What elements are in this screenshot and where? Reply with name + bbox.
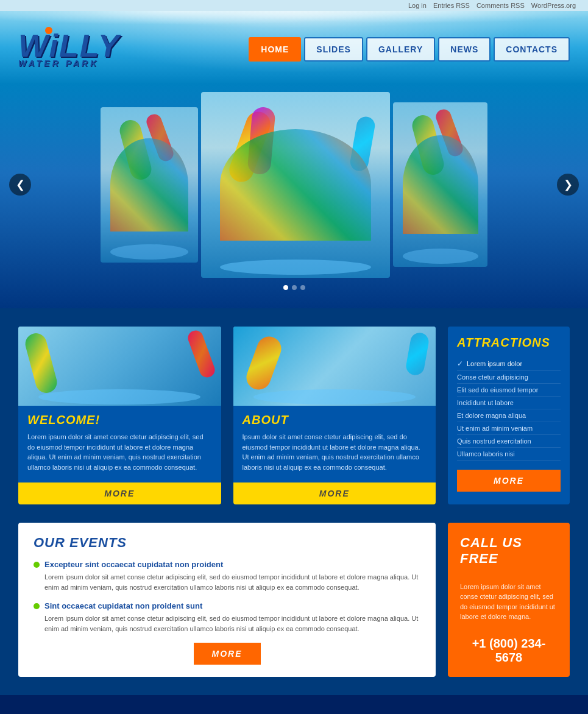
slider-dot-2[interactable] [292,285,297,290]
slider-next[interactable]: ❯ [557,174,579,196]
event-text-1: Lorem ipsum dolor sit amet conse ctetur … [34,572,420,592]
welcome-text: Lorem ipsum dolor sit amet conse ctetur … [27,432,212,472]
nav-slides[interactable]: SLIDES [304,37,363,62]
attraction-item-2: Conse ctetur adipisicing [457,371,561,384]
slider-dot-3[interactable] [300,285,305,290]
topbar-login[interactable]: Log in [408,2,427,9]
footer: MORE Home Slides Gallery News Contacts M… [0,695,588,714]
logo: WiLLY WATER PARK [18,30,120,68]
attraction-item-5: Et dolore magna aliqua [457,409,561,422]
call-card: CALL US FREE Lorem ipsum dolor sit amet … [448,523,570,677]
events-more-button[interactable]: MORE [194,643,261,665]
nav-gallery[interactable]: GALLERY [366,37,435,62]
event-headline-1: Excepteur sint occaecat cupidatat non pr… [34,560,420,569]
slider-dot-1[interactable] [283,285,288,290]
attractions-more-button[interactable]: MORE [457,470,561,492]
attraction-item-1: ✓ Lorem ipsum dolor [457,357,561,371]
events-title: OUR EVENTS [34,535,420,551]
events-btn-wrap: MORE [34,643,420,665]
attraction-item-4: Incididunt ut labore [457,397,561,409]
attraction-item-6: Ut enim ad minim veniam [457,422,561,435]
attractions-list: ✓ Lorem ipsum dolor Conse ctetur adipisi… [457,357,561,461]
slider-container: ❮ [0,90,588,279]
content-section: WELCOME! Lorem ipsum dolor sit amet cons… [0,308,588,523]
event-dot-2 [34,603,40,609]
check-icon-1: ✓ [457,359,463,368]
topbar-comments-rss[interactable]: Comments RSS [476,2,525,9]
event-headline-2: Sint occaecat cupidatat non proident sun… [34,601,420,610]
about-more-button[interactable]: MORE [233,482,436,504]
welcome-body: WELCOME! Lorem ipsum dolor sit amet cons… [18,406,221,479]
slide-3[interactable] [393,102,487,267]
welcome-title: WELCOME! [27,413,212,427]
call-text: Lorem ipsum dolor sit amet conse ctetur … [460,582,558,622]
topbar-entries-rss[interactable]: Entries RSS [433,2,470,9]
events-card: OUR EVENTS Excepteur sint occaecat cupid… [18,523,436,677]
slide-wrapper [0,92,588,278]
about-body: ABOUT Ipsum dolor sit amet conse ctetur … [233,406,436,479]
slide-1[interactable] [101,107,198,263]
slide-2[interactable] [201,92,390,278]
welcome-more-button[interactable]: MORE [18,482,221,504]
call-title: CALL US FREE [460,535,558,567]
logo-willy: WiLLY [18,30,120,62]
event-item-1: Excepteur sint occaecat cupidatat non pr… [34,560,420,592]
about-title: ABOUT [243,413,427,427]
about-text: Ipsum dolor sit amet conse ctetur adipis… [243,432,427,472]
nav-home[interactable]: HOME [249,37,301,62]
nav-news[interactable]: NEWS [438,37,491,62]
logo-dot [45,27,52,34]
welcome-image [18,327,221,406]
event-text-2: Lorem ipsum dolor sit amet conse ctetur … [34,613,420,634]
nav-contacts[interactable]: CONTACTS [494,37,570,62]
event-item-2: Sint occaecat cupidatat non proident sun… [34,601,420,634]
about-image [233,327,436,406]
slider-dots [0,285,588,290]
attraction-item-8: Ullamco laboris nisi [457,448,561,461]
main-nav: HOME SLIDES GALLERY NEWS CONTACTS [249,37,570,62]
attraction-item-7: Quis nostrud exercitation [457,435,561,448]
about-card: ABOUT Ipsum dolor sit amet conse ctetur … [233,327,436,504]
events-section: OUR EVENTS Excepteur sint occaecat cupid… [0,523,588,695]
welcome-card: WELCOME! Lorem ipsum dolor sit amet cons… [18,327,221,504]
header: WiLLY WATER PARK HOME SLIDES GALLERY NEW… [0,11,588,84]
slider-prev[interactable]: ❮ [9,174,31,196]
attractions-title: ATTRACTIONS [457,336,561,350]
topbar-wordpress[interactable]: WordPress.org [531,2,576,9]
top-bar: Log in Entries RSS Comments RSS WordPres… [0,0,588,11]
call-number: +1 (800) 234-5678 [460,637,558,665]
event-dot-1 [34,562,40,568]
attraction-item-3: Elit sed do eiusmod tempor [457,384,561,397]
attractions-card: ATTRACTIONS ✓ Lorem ipsum dolor Conse ct… [448,327,570,504]
slider-section: ❮ [0,84,588,308]
